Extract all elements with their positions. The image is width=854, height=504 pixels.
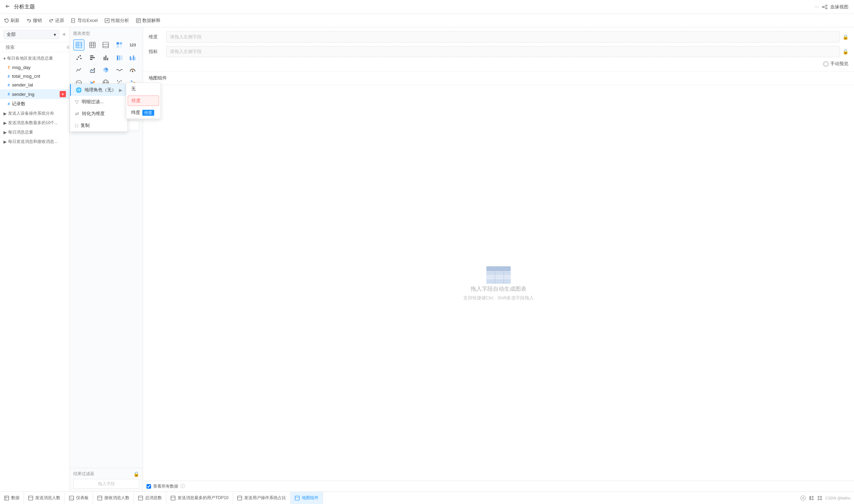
svg-rect-27 bbox=[120, 42, 122, 45]
watermark: CSDN @faithu bbox=[825, 496, 851, 500]
search-bar: ⊕ bbox=[0, 42, 69, 52]
svg-rect-43 bbox=[130, 56, 131, 60]
context-menu: 🌐 地理角色（无） ▶ 无 经度 纬度 经度 ▽ 明细过滤... ⇄ bbox=[70, 84, 128, 132]
svg-point-3 bbox=[826, 8, 827, 9]
redo-button[interactable]: 还原 bbox=[49, 17, 64, 24]
chart-icon-pie[interactable] bbox=[100, 64, 111, 76]
chart-icon-bar-h[interactable] bbox=[87, 52, 98, 63]
refresh-button[interactable]: 刷新 bbox=[4, 17, 20, 24]
latitude-badge: 经度 bbox=[142, 110, 154, 116]
svg-rect-90 bbox=[295, 496, 299, 500]
chart-icon-color-grid[interactable] bbox=[114, 39, 125, 51]
tab-map-icon bbox=[295, 496, 300, 501]
geo-role-menu-item[interactable]: 🌐 地理角色（无） ▶ 无 经度 纬度 经度 bbox=[70, 84, 127, 96]
filter-icon: ▽ bbox=[75, 99, 79, 105]
geo-submenu: 无 经度 纬度 经度 bbox=[126, 83, 161, 119]
tab-dashboard[interactable]: 仪表板 bbox=[65, 492, 93, 504]
tree-group-device-os[interactable]: ▶ 发送人设备操作系统分布 bbox=[0, 109, 69, 118]
svg-rect-14 bbox=[76, 42, 82, 48]
field-sender-lat[interactable]: # sender_lat bbox=[0, 81, 69, 89]
manual-preview-checkbox[interactable] bbox=[824, 62, 828, 66]
tab-map[interactable]: 地图组件 bbox=[291, 492, 323, 504]
grid-layout-icon[interactable] bbox=[817, 495, 823, 501]
convert-dimension-menu-item[interactable]: ⇄ 转化为维度 bbox=[70, 108, 127, 120]
chevron-right-icon: ▶ bbox=[3, 139, 7, 144]
chart-icon-gauge[interactable] bbox=[127, 64, 138, 76]
chart-icon-cross[interactable] bbox=[87, 39, 98, 51]
svg-rect-101 bbox=[820, 498, 822, 500]
chart-icon-bar-stack[interactable] bbox=[114, 52, 125, 63]
bottom-tabs: 数据 发送消息人数 仪表板 接收消息人数 总消息数 发送消息最多的用户TOP10… bbox=[0, 491, 854, 504]
undo-button[interactable]: 撤销 bbox=[27, 17, 42, 24]
svg-point-56 bbox=[117, 81, 118, 82]
tab-receive-count[interactable]: 接收消息人数 bbox=[93, 492, 134, 504]
tree-group-daily-send-recv[interactable]: ▶ 每日发送消息和接收消息... bbox=[0, 137, 69, 146]
dimension-field-drop[interactable]: 请拖入左侧字段 bbox=[166, 31, 840, 43]
svg-rect-42 bbox=[121, 55, 122, 60]
check-all-data-checkbox[interactable] bbox=[147, 484, 151, 489]
chart-icon-wave[interactable] bbox=[114, 64, 125, 76]
svg-rect-98 bbox=[818, 496, 819, 498]
add-sheet-icon[interactable] bbox=[800, 495, 806, 501]
svg-rect-74 bbox=[5, 496, 9, 500]
svg-point-58 bbox=[120, 81, 121, 82]
lineage-view-button[interactable]: 血缘视图 bbox=[822, 4, 848, 10]
chevron-right-icon: ▶ bbox=[3, 130, 7, 135]
filter-header: 结果过滤器 🔒 bbox=[73, 471, 139, 477]
svg-rect-84 bbox=[138, 496, 143, 500]
chart-icon-area[interactable] bbox=[87, 64, 98, 76]
submenu-longitude[interactable]: 经度 bbox=[128, 96, 159, 106]
tab-top10[interactable]: 发送消息最多的用户TOP10 bbox=[166, 492, 233, 504]
submenu-none[interactable]: 无 bbox=[126, 83, 160, 95]
chart-icon-number[interactable]: 123 bbox=[127, 39, 138, 51]
arrow-right-icon: ▶ bbox=[119, 87, 122, 93]
chart-icon-bar-v[interactable] bbox=[100, 52, 111, 63]
tree-group-daily-msg[interactable]: ▾ 每日各地区发送消息总量 bbox=[0, 54, 69, 63]
tab-os-dist[interactable]: 发送用户操作系统占比 bbox=[233, 492, 291, 504]
field-msg-day[interactable]: T msg_day bbox=[0, 63, 69, 72]
chart-icon-line[interactable] bbox=[73, 64, 84, 76]
field-total-msg-cnt[interactable]: # total_msg_cnt bbox=[0, 72, 69, 81]
chart-icon-grid[interactable] bbox=[100, 39, 111, 51]
chart-icon-bar-group[interactable] bbox=[127, 52, 138, 63]
data-explain-button[interactable]: 数据解释 bbox=[136, 17, 160, 24]
copy-menu-item[interactable]: □ 复制 bbox=[70, 120, 127, 131]
chart-icon-table[interactable] bbox=[73, 39, 84, 51]
type-icon-t: T bbox=[8, 66, 10, 70]
field-sender-lng[interactable]: # sender_lng ▾ bbox=[0, 89, 69, 99]
add-field-icon[interactable]: + bbox=[62, 31, 66, 38]
tree-group-daily-total[interactable]: ▶ 每日消息总量 bbox=[0, 128, 69, 137]
search-input[interactable] bbox=[6, 45, 64, 50]
perf-analysis-button[interactable]: 性能分析 bbox=[105, 17, 129, 24]
tab-data[interactable]: 数据 bbox=[0, 492, 24, 504]
chart-type-grid: 123 bbox=[73, 39, 139, 88]
tab-dashboard-icon bbox=[69, 496, 74, 501]
add-search-icon[interactable]: ⊕ bbox=[66, 44, 70, 50]
submenu-latitude[interactable]: 纬度 经度 bbox=[126, 107, 160, 119]
metric-field-drop[interactable]: 请拖入左侧字段 bbox=[166, 46, 840, 57]
manual-preview-label: 手动预览 bbox=[830, 61, 848, 67]
export-excel-button[interactable]: 导出Excel bbox=[71, 17, 98, 24]
field-dropdown-button[interactable]: ▾ bbox=[60, 91, 66, 97]
svg-point-33 bbox=[80, 58, 82, 59]
more-icon[interactable]: ⋯ bbox=[815, 4, 819, 9]
field-record-count[interactable]: # 记录数 bbox=[0, 99, 69, 109]
tree-group-top10[interactable]: ▶ 发送消息条数最多的10个... bbox=[0, 118, 69, 128]
chart-icon-scatter[interactable] bbox=[73, 52, 84, 63]
chevron-right-icon: ▶ bbox=[3, 121, 7, 125]
chevron-down-icon: ▾ bbox=[3, 56, 6, 61]
chart-type-label: 图表类型 bbox=[73, 31, 139, 37]
lineage-view-label: 血缘视图 bbox=[830, 4, 848, 10]
page-title: 分析主题 bbox=[14, 3, 812, 10]
tab-send-count[interactable]: 发送消息人数 bbox=[24, 492, 65, 504]
filter-drop-zone[interactable]: 拖入字段 bbox=[73, 479, 139, 489]
svg-point-62 bbox=[131, 81, 132, 82]
chart-placeholder-icon bbox=[485, 265, 512, 285]
detail-filter-menu-item[interactable]: ▽ 明细过滤... bbox=[70, 96, 127, 108]
dataset-dropdown[interactable]: 全部 ▾ bbox=[3, 30, 59, 39]
layout-icon[interactable] bbox=[809, 495, 814, 501]
tab-total-msg[interactable]: 总消息数 bbox=[134, 492, 166, 504]
dimension-field-row: 维度 请拖入左侧字段 🔒 bbox=[149, 31, 848, 43]
svg-rect-35 bbox=[90, 57, 95, 58]
back-icon[interactable] bbox=[6, 3, 11, 10]
